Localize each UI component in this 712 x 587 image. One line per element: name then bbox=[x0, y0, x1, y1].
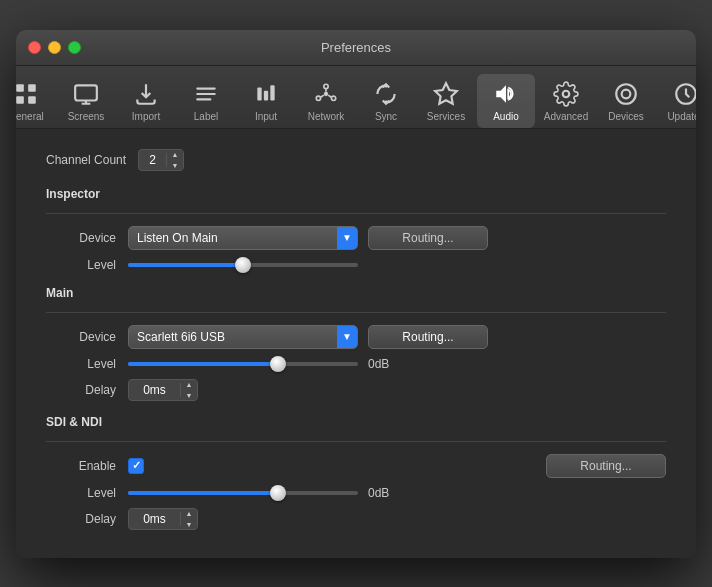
tab-sync[interactable]: Sync bbox=[357, 74, 415, 128]
svg-rect-6 bbox=[196, 92, 216, 94]
tab-general-label: General bbox=[16, 111, 44, 122]
sdi-ndi-delay-stepper[interactable]: 0ms ▲ ▼ bbox=[128, 508, 198, 530]
sdi-ndi-divider bbox=[46, 441, 666, 442]
tab-screens[interactable]: Screens bbox=[57, 74, 115, 128]
svg-rect-2 bbox=[16, 96, 24, 104]
sdi-ndi-level-slider[interactable]: 0dB bbox=[128, 486, 666, 500]
main-level-value: 0dB bbox=[368, 357, 398, 371]
sdi-ndi-section: SDI & NDI Enable ✓ Routing... Level bbox=[46, 415, 666, 530]
main-device-dropdown[interactable]: Scarlett 6i6 USB ▼ bbox=[128, 325, 358, 349]
svg-rect-5 bbox=[196, 87, 216, 89]
inspector-routing-button[interactable]: Routing... bbox=[368, 226, 488, 250]
main-delay-arrows: ▲ ▼ bbox=[181, 379, 197, 401]
svg-rect-9 bbox=[264, 90, 268, 100]
traffic-lights bbox=[28, 41, 81, 54]
tab-devices[interactable]: Devices bbox=[597, 74, 655, 128]
svg-rect-10 bbox=[270, 85, 274, 100]
main-delay-label: Delay bbox=[46, 383, 116, 397]
sdi-ndi-delay-value: 0ms bbox=[129, 512, 181, 526]
inspector-section: Inspector Device Listen On Main ▼ Routin… bbox=[46, 187, 666, 272]
svg-point-18 bbox=[563, 90, 570, 97]
main-delay-up[interactable]: ▲ bbox=[181, 379, 197, 390]
tab-audio[interactable]: Audio bbox=[477, 74, 535, 128]
devices-icon bbox=[612, 80, 640, 108]
main-slider-thumb[interactable] bbox=[270, 356, 286, 372]
main-dropdown-arrow: ▼ bbox=[337, 326, 357, 348]
sdi-ndi-slider-track[interactable] bbox=[128, 491, 358, 495]
inspector-device-dropdown[interactable]: Listen On Main ▼ bbox=[128, 226, 358, 250]
tab-label-label: Label bbox=[194, 111, 218, 122]
inspector-divider bbox=[46, 213, 666, 214]
sdi-ndi-routing-button[interactable]: Routing... bbox=[546, 454, 666, 478]
sdi-ndi-enable-row: Enable ✓ Routing... bbox=[46, 454, 666, 478]
tab-sync-label: Sync bbox=[375, 111, 397, 122]
minimize-button[interactable] bbox=[48, 41, 61, 54]
tab-label[interactable]: Label bbox=[177, 74, 235, 128]
tab-services[interactable]: Services bbox=[417, 74, 475, 128]
inspector-slider-thumb[interactable] bbox=[235, 257, 251, 273]
tab-audio-label: Audio bbox=[493, 111, 519, 122]
sdi-ndi-slider-thumb[interactable] bbox=[270, 485, 286, 501]
tab-import-label: Import bbox=[132, 111, 160, 122]
network-icon bbox=[312, 80, 340, 108]
main-level-slider[interactable]: 0dB bbox=[128, 357, 666, 371]
stepper-up-button[interactable]: ▲ bbox=[167, 149, 183, 160]
tab-network-label: Network bbox=[308, 111, 345, 122]
updates-icon bbox=[672, 80, 696, 108]
tab-network[interactable]: Network bbox=[297, 74, 355, 128]
tab-updates[interactable]: Updates bbox=[657, 74, 696, 128]
main-slider-track[interactable] bbox=[128, 362, 358, 366]
toolbar: General Screens Import Label Input bbox=[16, 66, 696, 129]
inspector-device-row: Device Listen On Main ▼ Routing... bbox=[46, 226, 666, 250]
svg-point-12 bbox=[324, 84, 328, 88]
close-button[interactable] bbox=[28, 41, 41, 54]
tab-advanced-label: Advanced bbox=[544, 111, 588, 122]
sdi-ndi-enable-checkbox[interactable]: ✓ bbox=[128, 458, 144, 474]
sdi-ndi-delay-label: Delay bbox=[46, 512, 116, 526]
channel-count-value: 2 bbox=[139, 153, 167, 167]
main-delay-down[interactable]: ▼ bbox=[181, 390, 197, 401]
svg-line-17 bbox=[321, 95, 324, 97]
tab-updates-label: Updates bbox=[667, 111, 696, 122]
svg-point-20 bbox=[622, 89, 631, 98]
tab-devices-label: Devices bbox=[608, 111, 644, 122]
main-delay-row: Delay 0ms ▲ ▼ bbox=[46, 379, 666, 401]
tab-advanced[interactable]: Advanced bbox=[537, 74, 595, 128]
maximize-button[interactable] bbox=[68, 41, 81, 54]
sdi-ndi-enable-label: Enable bbox=[46, 459, 116, 473]
svg-point-19 bbox=[616, 84, 636, 104]
main-level-row: Level 0dB bbox=[46, 357, 666, 371]
checkbox-checkmark: ✓ bbox=[132, 459, 141, 472]
main-divider bbox=[46, 312, 666, 313]
inspector-dropdown-arrow: ▼ bbox=[337, 227, 357, 249]
window-title: Preferences bbox=[321, 40, 391, 55]
inspector-slider-fill bbox=[128, 263, 243, 267]
tab-general[interactable]: General bbox=[16, 74, 55, 128]
stepper-down-button[interactable]: ▼ bbox=[167, 160, 183, 171]
sdi-ndi-delay-up[interactable]: ▲ bbox=[181, 508, 197, 519]
sdi-ndi-level-label: Level bbox=[46, 486, 116, 500]
services-icon bbox=[432, 80, 460, 108]
main-routing-button[interactable]: Routing... bbox=[368, 325, 488, 349]
channel-count-stepper[interactable]: 2 ▲ ▼ bbox=[138, 149, 184, 171]
sdi-ndi-delay-row: Delay 0ms ▲ ▼ bbox=[46, 508, 666, 530]
preferences-window: Preferences General Screens Import bbox=[16, 30, 696, 558]
main-delay-stepper[interactable]: 0ms ▲ ▼ bbox=[128, 379, 198, 401]
main-slider-fill bbox=[128, 362, 278, 366]
svg-line-16 bbox=[328, 95, 331, 97]
main-level-label: Level bbox=[46, 357, 116, 371]
inspector-level-slider[interactable] bbox=[128, 263, 666, 267]
tab-import[interactable]: Import bbox=[117, 74, 175, 128]
inspector-slider-track[interactable] bbox=[128, 263, 358, 267]
inspector-device-label: Device bbox=[46, 231, 116, 245]
audio-icon bbox=[492, 80, 520, 108]
tab-input[interactable]: Input bbox=[237, 74, 295, 128]
inspector-level-label: Level bbox=[46, 258, 116, 272]
svg-rect-3 bbox=[28, 96, 36, 104]
input-icon bbox=[252, 80, 280, 108]
sync-icon bbox=[372, 80, 400, 108]
svg-rect-7 bbox=[196, 98, 211, 100]
main-delay-value: 0ms bbox=[129, 383, 181, 397]
sdi-ndi-delay-down[interactable]: ▼ bbox=[181, 519, 197, 530]
svg-rect-1 bbox=[28, 84, 36, 92]
